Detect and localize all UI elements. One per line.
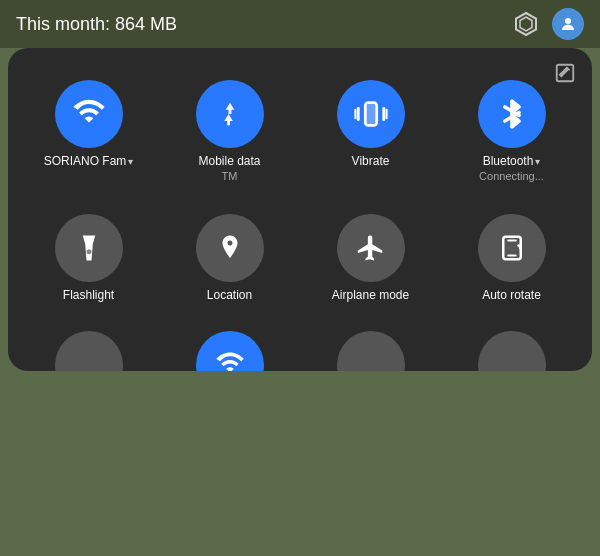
location-tile[interactable]: Location xyxy=(161,206,298,310)
wifi-label: SORIANO Fam xyxy=(44,154,127,168)
partial-tiles-row xyxy=(20,319,580,371)
partial-tile-2[interactable] xyxy=(161,323,298,371)
flashlight-icon-circle xyxy=(55,214,123,282)
airplane-icon-circle xyxy=(337,214,405,282)
bluetooth-label: Bluetooth xyxy=(483,154,534,168)
bluetooth-dropdown-arrow: ▾ xyxy=(535,156,540,167)
mobile-data-tile[interactable]: Mobile data TM xyxy=(161,72,298,190)
wifi-tile[interactable]: SORIANO Fam ▾ xyxy=(20,72,157,190)
flashlight-tile[interactable]: Flashlight xyxy=(20,206,157,310)
auto-rotate-label: Auto rotate xyxy=(482,288,541,302)
partial-tile-3[interactable] xyxy=(302,323,439,371)
svg-rect-5 xyxy=(366,104,375,124)
auto-rotate-tile[interactable]: Auto rotate xyxy=(443,206,580,310)
location-icon-circle xyxy=(196,214,264,282)
airplane-mode-label: Airplane mode xyxy=(332,288,409,302)
mobile-data-icon-circle xyxy=(196,80,264,148)
mobile-data-label: Mobile data xyxy=(198,154,260,168)
bluetooth-icon-circle xyxy=(478,80,546,148)
flashlight-label: Flashlight xyxy=(63,288,114,302)
airplane-mode-tile[interactable]: Airplane mode xyxy=(302,206,439,310)
partial-tile-4[interactable] xyxy=(443,323,580,371)
inactive-tiles-row: Flashlight Location Airplane mode xyxy=(20,198,580,318)
wifi-dropdown-arrow: ▾ xyxy=(128,156,133,167)
user-avatar-icon[interactable] xyxy=(552,8,584,40)
edit-panel-button[interactable] xyxy=(554,62,576,89)
status-icons xyxy=(510,8,584,40)
vibrate-label: Vibrate xyxy=(352,154,390,168)
quick-settings-panel: SORIANO Fam ▾ Mobile data TM xyxy=(8,48,592,371)
bluetooth-tile[interactable]: Bluetooth ▾ Connecting... xyxy=(443,72,580,190)
hex-icon[interactable] xyxy=(510,8,542,40)
svg-point-2 xyxy=(565,18,571,24)
location-label: Location xyxy=(207,288,252,302)
vibrate-tile[interactable]: Vibrate xyxy=(302,72,439,190)
active-tiles-row: SORIANO Fam ▾ Mobile data TM xyxy=(20,64,580,198)
partial-tile-1[interactable] xyxy=(20,323,157,371)
mobile-data-sublabel: TM xyxy=(222,170,238,182)
status-bar: This month: 864 MB xyxy=(0,0,600,48)
svg-marker-1 xyxy=(520,17,532,31)
bluetooth-sublabel: Connecting... xyxy=(479,170,544,182)
auto-rotate-icon-circle xyxy=(478,214,546,282)
svg-point-13 xyxy=(86,250,91,255)
data-usage-title: This month: 864 MB xyxy=(16,14,177,35)
vibrate-icon-circle xyxy=(337,80,405,148)
wifi-icon-circle xyxy=(55,80,123,148)
